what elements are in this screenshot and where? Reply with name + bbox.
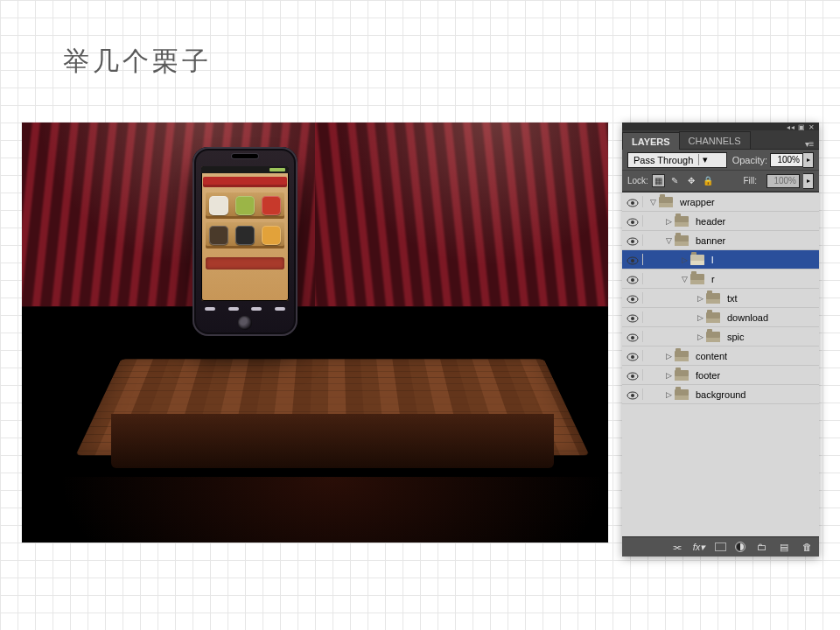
visibility-toggle-icon[interactable]: [622, 369, 643, 380]
layer-row-footer[interactable]: footer: [622, 366, 819, 385]
layer-row-background[interactable]: background: [622, 385, 819, 404]
phone-statusbar: [201, 166, 289, 173]
curtain-right: [315, 122, 608, 306]
disclosure-closed-icon[interactable]: [664, 390, 673, 399]
layer-name: background: [694, 389, 746, 400]
disclosure-open-icon[interactable]: [680, 275, 689, 284]
blend-mode-value: Pass Through: [634, 155, 693, 165]
app-icon: [209, 196, 228, 215]
panel-titlebar[interactable]: ◂◂ ▣ ✕: [622, 122, 819, 130]
folder-icon: [690, 274, 704, 284]
blend-mode-select[interactable]: Pass Through ▾: [627, 152, 727, 168]
visibility-toggle-icon[interactable]: [622, 234, 643, 245]
disclosure-closed-icon[interactable]: [664, 217, 673, 226]
layer-name: txt: [725, 293, 738, 304]
lock-move-icon[interactable]: ✥: [685, 174, 698, 187]
new-group-icon[interactable]: 🗀: [754, 540, 768, 554]
svg-point-21: [631, 394, 634, 397]
svg-point-11: [631, 298, 634, 301]
visibility-toggle-icon[interactable]: [622, 312, 643, 322]
layer-row-spic[interactable]: spic: [622, 327, 819, 346]
visibility-toggle-icon[interactable]: [622, 196, 643, 206]
fill-label: Fill:: [743, 176, 757, 186]
layer-row-wrapper[interactable]: wrapper: [622, 192, 819, 212]
svg-point-3: [631, 220, 634, 224]
wood-platform: [101, 319, 564, 486]
layer-name: footer: [694, 370, 720, 381]
layer-name: header: [694, 216, 725, 227]
svg-point-13: [631, 317, 634, 320]
folder-icon: [675, 216, 689, 227]
lock-all-icon[interactable]: 🔒: [702, 174, 715, 187]
tab-layers[interactable]: LAYERS: [622, 132, 680, 150]
fx-icon[interactable]: fx▾: [692, 540, 706, 554]
adjustment-layer-icon[interactable]: [735, 542, 746, 552]
page-title: 举几个栗子: [63, 44, 212, 80]
app-shelf: [206, 222, 284, 248]
phone-banner-ribbon: [203, 177, 287, 187]
folder-icon: [675, 235, 689, 246]
folder-icon: [675, 389, 689, 400]
delete-layer-icon[interactable]: 🗑: [800, 540, 814, 554]
layer-name: content: [694, 351, 727, 361]
layer-row-banner[interactable]: banner: [622, 231, 819, 250]
link-layers-icon[interactable]: ⫘: [669, 540, 683, 554]
folder-icon: [706, 312, 720, 323]
panel-window-controls-icon[interactable]: ◂◂ ▣ ✕: [787, 123, 816, 131]
disclosure-closed-icon[interactable]: [664, 352, 673, 360]
svg-point-15: [631, 336, 634, 340]
disclosure-closed-icon[interactable]: [696, 332, 704, 341]
opacity-input[interactable]: 100%: [770, 153, 803, 167]
svg-point-17: [631, 355, 634, 359]
svg-point-5: [631, 240, 634, 243]
layer-row-r[interactable]: r: [622, 270, 819, 289]
layer-row-download[interactable]: download: [622, 308, 819, 327]
app-icon: [262, 226, 281, 245]
disclosure-open-icon[interactable]: [664, 236, 673, 245]
tab-channels[interactable]: CHANNELS: [679, 131, 751, 149]
opacity-stepper[interactable]: ▸: [803, 152, 814, 168]
disclosure-closed-icon[interactable]: [664, 371, 673, 380]
visibility-toggle-icon[interactable]: [622, 254, 643, 264]
fill-stepper[interactable]: ▸: [803, 173, 814, 189]
folder-icon: [706, 293, 720, 304]
layer-name: wrapper: [678, 197, 715, 207]
visibility-toggle-icon[interactable]: [622, 331, 643, 341]
layers-panel: ◂◂ ▣ ✕ LAYERS CHANNELS ▾≡ Pass Through ▾…: [622, 122, 819, 556]
layer-row-txt[interactable]: txt: [622, 289, 819, 308]
lock-paint-icon[interactable]: ✎: [668, 174, 682, 187]
folder-icon: [675, 370, 689, 381]
new-layer-icon[interactable]: ▤: [777, 540, 791, 554]
visibility-toggle-icon[interactable]: [622, 350, 643, 360]
disclosure-open-icon[interactable]: [648, 198, 657, 206]
svg-point-9: [631, 278, 634, 282]
layer-mask-icon[interactable]: [715, 542, 726, 551]
layer-name: download: [725, 312, 768, 323]
layer-row-l[interactable]: l: [622, 250, 819, 270]
visibility-toggle-icon[interactable]: [622, 215, 643, 226]
disclosure-closed-icon[interactable]: [696, 313, 704, 322]
chevron-down-icon: ▾: [698, 154, 709, 165]
fill-input[interactable]: 100%: [766, 174, 800, 188]
disclosure-closed-icon[interactable]: [696, 294, 704, 303]
panel-menu-icon[interactable]: ▾≡: [800, 139, 819, 149]
visibility-toggle-icon[interactable]: [622, 388, 643, 399]
folder-icon: [690, 255, 704, 265]
svg-point-19: [631, 374, 634, 378]
phone-screen: [201, 166, 289, 301]
phone-mockup: [192, 147, 298, 336]
visibility-toggle-icon[interactable]: [622, 292, 643, 303]
opacity-label: Opacity:: [732, 155, 767, 165]
disclosure-closed-icon[interactable]: [680, 256, 689, 264]
app-icon: [235, 196, 255, 215]
lock-label: Lock:: [627, 176, 648, 186]
preview-stage: [22, 122, 608, 542]
phone-home-button: [238, 316, 252, 330]
app-icon: [235, 226, 255, 245]
layer-row-header[interactable]: header: [622, 212, 819, 231]
layer-row-content[interactable]: content: [622, 346, 819, 366]
layer-tree[interactable]: wrapperheaderbannerlrtxtdownloadspiccont…: [622, 192, 819, 537]
visibility-toggle-icon[interactable]: [622, 273, 643, 284]
svg-point-1: [631, 201, 634, 205]
lock-transparent-icon[interactable]: ▦: [652, 174, 665, 187]
